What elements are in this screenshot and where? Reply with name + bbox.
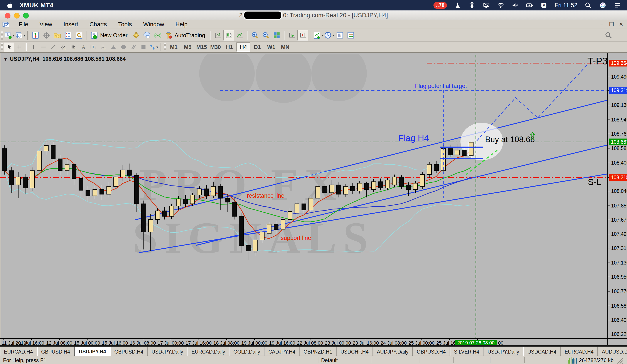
status-profile[interactable]: Default bbox=[318, 357, 372, 363]
auto-scroll-button[interactable] bbox=[287, 30, 297, 41]
battery-charging-icon[interactable] bbox=[525, 1, 534, 9]
control-center-icon[interactable] bbox=[614, 1, 622, 9]
tester-button[interactable] bbox=[74, 30, 85, 41]
menu-insert[interactable]: Insert bbox=[58, 21, 84, 28]
search-button[interactable] bbox=[603, 30, 614, 41]
chart-tab[interactable]: AUDJPY,Daily bbox=[373, 347, 413, 357]
chart-tab[interactable]: SILVER,H4 bbox=[450, 347, 483, 357]
vlc-cone-icon[interactable] bbox=[454, 1, 462, 9]
close-window-button[interactable] bbox=[5, 13, 10, 18]
chart-tab[interactable]: USDJPY,H4 bbox=[74, 347, 110, 357]
terminal-button[interactable] bbox=[63, 30, 74, 41]
chart-tab[interactable]: GOLD,Daily bbox=[229, 347, 264, 357]
templates-button[interactable] bbox=[345, 30, 356, 41]
menu-window[interactable]: Window bbox=[138, 21, 170, 28]
chart-tab[interactable]: USDCHF,H4 bbox=[337, 347, 373, 357]
timeframe-m1[interactable]: M1 bbox=[167, 43, 181, 52]
notification-badge[interactable]: ..78 bbox=[433, 2, 447, 9]
crosshair-tool-button[interactable] bbox=[14, 42, 24, 52]
timeframe-m30[interactable]: M30 bbox=[209, 43, 222, 52]
drawtools-grip[interactable] bbox=[1, 43, 3, 51]
autotrading-button[interactable] bbox=[163, 30, 174, 41]
wifi-icon[interactable] bbox=[497, 1, 505, 9]
chart-tab[interactable]: CADJPY,H4 bbox=[264, 347, 300, 357]
trendline-tool-button[interactable] bbox=[48, 42, 58, 52]
fibo-tool-button[interactable]: F bbox=[68, 42, 78, 52]
screen-mirroring-icon[interactable] bbox=[482, 1, 490, 9]
arrows-tool-button[interactable]: ▾ bbox=[149, 42, 158, 52]
restore-child-icon[interactable]: ❐ bbox=[608, 21, 615, 28]
chart-plot[interactable] bbox=[0, 54, 607, 338]
signals-button[interactable] bbox=[152, 30, 163, 41]
bar-chart-button[interactable] bbox=[212, 30, 223, 41]
input-source-a-icon[interactable]: A bbox=[540, 1, 548, 9]
chart-tab[interactable]: GBPNZD,H1 bbox=[300, 347, 337, 357]
menu-help[interactable]: Help bbox=[170, 21, 193, 28]
candle-chart-button[interactable] bbox=[223, 30, 234, 41]
zoom-window-button[interactable] bbox=[23, 13, 29, 18]
spotlight-icon[interactable] bbox=[584, 1, 592, 9]
periods-button[interactable]: ▾ bbox=[323, 30, 334, 41]
hline-tool-button[interactable] bbox=[38, 42, 48, 52]
timeframe-w1[interactable]: W1 bbox=[264, 43, 278, 52]
chart-tab[interactable]: GBPUSD,H4 bbox=[37, 347, 74, 357]
navigator-button[interactable] bbox=[52, 30, 63, 41]
chart-tab[interactable]: EURCAD,Daily bbox=[187, 347, 229, 357]
metaeditor-button[interactable] bbox=[131, 30, 142, 41]
parallel-tool-button[interactable] bbox=[128, 42, 138, 52]
chart-tab[interactable]: AUDUSD,Daily bbox=[598, 347, 627, 357]
mac-app-name[interactable]: XMUK MT4 bbox=[20, 2, 53, 9]
new-order-button[interactable] bbox=[89, 30, 100, 41]
timeframe-m5[interactable]: M5 bbox=[181, 43, 195, 52]
rect-tool-tool-button[interactable] bbox=[138, 42, 149, 52]
profiles-button[interactable]: ▾ bbox=[15, 30, 26, 41]
minimize-child-icon[interactable]: – bbox=[598, 21, 606, 28]
chart-tab[interactable]: GBPUSD,H4 bbox=[110, 347, 148, 357]
hotspot-lock-icon[interactable] bbox=[468, 1, 476, 9]
price-axis[interactable]: 109.664109.490109.319109.130108.945108.7… bbox=[607, 53, 627, 346]
chart-tab[interactable]: EURCAD,H4 bbox=[561, 347, 598, 357]
timeframe-h4[interactable]: H4 bbox=[236, 43, 250, 52]
tiles-button[interactable] bbox=[271, 30, 282, 41]
timeframe-h1[interactable]: H1 bbox=[222, 43, 236, 52]
timeframe-m15[interactable]: M15 bbox=[195, 43, 209, 52]
toolbar-grip[interactable] bbox=[1, 31, 3, 40]
chart-tab[interactable]: EURCAD,H4 bbox=[0, 347, 37, 357]
timeframe-d1[interactable]: D1 bbox=[250, 43, 264, 52]
menu-tools[interactable]: Tools bbox=[112, 21, 138, 28]
data-window-button[interactable] bbox=[41, 30, 52, 41]
window-list-button[interactable] bbox=[334, 30, 345, 41]
text-tool-button[interactable]: A bbox=[78, 42, 88, 52]
mac-clock[interactable]: Fri 11:52 bbox=[555, 2, 577, 9]
ellipse-tool-tool-button[interactable] bbox=[118, 42, 128, 52]
symbol-dropdown-icon[interactable]: ▼ bbox=[3, 57, 8, 62]
minimize-window-button[interactable] bbox=[14, 13, 20, 18]
channel-tool-button[interactable]: E bbox=[58, 42, 68, 52]
chart-plus-button[interactable]: ▾ bbox=[4, 30, 15, 41]
timeframe-grip[interactable] bbox=[164, 43, 166, 51]
indicators-button[interactable]: ▾ bbox=[313, 30, 323, 41]
chart-tab[interactable]: USDJPY,Daily bbox=[148, 347, 187, 357]
menu-view[interactable]: View bbox=[34, 21, 58, 28]
triangle-tool-button[interactable] bbox=[108, 42, 118, 52]
siri-icon[interactable] bbox=[599, 1, 607, 9]
timeframe-mn[interactable]: MN bbox=[278, 43, 292, 52]
chart-tab[interactable]: USDJPY,Daily bbox=[483, 347, 523, 357]
resize-grip-icon[interactable] bbox=[616, 357, 623, 364]
cursor-tool-button[interactable] bbox=[4, 42, 14, 52]
apple-icon[interactable] bbox=[6, 1, 14, 9]
fibo2-tool-button[interactable]: F bbox=[99, 42, 108, 52]
chart-tab[interactable]: USDCAD,H4 bbox=[523, 347, 561, 357]
menu-charts[interactable]: Charts bbox=[84, 21, 112, 28]
line-chart-button[interactable] bbox=[234, 30, 245, 41]
vline-tool-button[interactable] bbox=[28, 42, 38, 52]
zoom-in-button[interactable] bbox=[250, 30, 260, 41]
mql5-cloud-button[interactable] bbox=[142, 30, 152, 41]
market-watch-button[interactable] bbox=[30, 30, 41, 41]
close-child-icon[interactable]: ✕ bbox=[618, 21, 625, 28]
label-tool-button[interactable]: T bbox=[88, 42, 99, 52]
menu-file[interactable]: File bbox=[13, 21, 34, 28]
chart-tab[interactable]: GBPUSD,H4 bbox=[413, 347, 450, 357]
chart-shift-button[interactable] bbox=[297, 30, 308, 41]
zoom-out-button[interactable] bbox=[260, 30, 271, 41]
